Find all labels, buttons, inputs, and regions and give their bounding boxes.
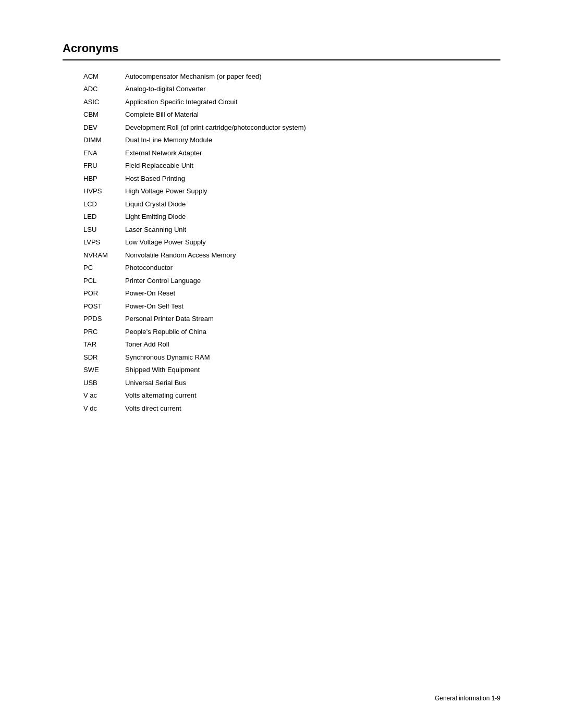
acronym-row: SDRSynchronous Dynamic RAM (63, 351, 500, 364)
acronym-row: PORPower-On Reset (63, 287, 500, 300)
acronym-definition: Universal Serial Bus (125, 376, 500, 389)
acronym-definition: Dual In-Line Memory Module (125, 134, 500, 147)
acronym-definition: Complete Bill of Material (125, 108, 500, 121)
acronym-abbr: PRC (63, 325, 125, 338)
acronym-definition: Printer Control Language (125, 274, 500, 287)
acronym-definition: People’s Republic of China (125, 325, 500, 338)
acronym-definition: External Network Adapter (125, 146, 500, 159)
acronym-abbr: FRU (63, 159, 125, 172)
acronym-definition: Volts direct current (125, 402, 500, 415)
acronym-row: LEDLight Emitting Diode (63, 211, 500, 224)
acronym-abbr: V dc (63, 402, 125, 415)
acronym-definition: Personal Printer Data Stream (125, 313, 500, 326)
acronym-abbr: POST (63, 300, 125, 313)
acronym-row: SWEShipped With Equipment (63, 364, 500, 377)
acronym-row: V dcVolts direct current (63, 402, 500, 415)
acronym-abbr: LSU (63, 223, 125, 236)
acronym-abbr: LVPS (63, 236, 125, 249)
acronym-row: DIMMDual In-Line Memory Module (63, 134, 500, 147)
acronym-abbr: USB (63, 376, 125, 389)
acronym-row: PCLPrinter Control Language (63, 274, 500, 287)
acronym-definition: Laser Scanning Unit (125, 223, 500, 236)
section-title: Acronyms (63, 42, 500, 60)
acronym-definition: Analog-to-digital Converter (125, 83, 500, 96)
acronym-row: USBUniversal Serial Bus (63, 376, 500, 389)
acronym-row: POSTPower-On Self Test (63, 300, 500, 313)
acronym-abbr: SDR (63, 351, 125, 364)
acronym-abbr: ENA (63, 146, 125, 159)
acronym-abbr: LCD (63, 198, 125, 211)
acronym-row: LCDLiquid Crystal Diode (63, 198, 500, 211)
acronym-definition: Synchronous Dynamic RAM (125, 351, 500, 364)
acronym-definition: Field Replaceable Unit (125, 159, 500, 172)
acronym-row: LVPSLow Voltage Power Supply (63, 236, 500, 249)
acronym-row: ENAExternal Network Adapter (63, 146, 500, 159)
acronym-abbr: ASIC (63, 95, 125, 108)
acronym-abbr: NVRAM (63, 249, 125, 262)
acronym-definition: Development Roll (of print cartridge/pho… (125, 121, 500, 134)
acronym-definition: High Voltage Power Supply (125, 185, 500, 198)
acronym-row: FRUField Replaceable Unit (63, 159, 500, 172)
acronym-definition: Host Based Printing (125, 172, 500, 185)
acronym-row: LSULaser Scanning Unit (63, 223, 500, 236)
acronym-abbr: ACM (63, 70, 125, 83)
acronym-row: NVRAMNonvolatile Random Access Memory (63, 249, 500, 262)
acronym-abbr: POR (63, 287, 125, 300)
acronym-definition: Power-On Self Test (125, 300, 500, 313)
acronym-abbr: LED (63, 211, 125, 224)
acronym-row: PCPhotoconductor (63, 262, 500, 275)
acronym-definition: Autocompensator Mechanism (or paper feed… (125, 70, 500, 83)
acronym-abbr: PPDS (63, 313, 125, 326)
acronym-definition: Volts alternating current (125, 389, 500, 402)
acronym-abbr: DIMM (63, 134, 125, 147)
acronym-definition: Power-On Reset (125, 287, 500, 300)
footer: General information 1-9 (435, 695, 500, 702)
acronym-abbr: PCL (63, 274, 125, 287)
acronym-abbr: CBM (63, 108, 125, 121)
acronym-definition: Shipped With Equipment (125, 364, 500, 377)
acronym-row: DEVDevelopment Roll (of print cartridge/… (63, 121, 500, 134)
acronym-row: TARToner Add Roll (63, 338, 500, 351)
acronym-row: V acVolts alternating current (63, 389, 500, 402)
acronym-definition: Application Specific Integrated Circuit (125, 95, 500, 108)
acronym-abbr: HVPS (63, 185, 125, 198)
acronym-abbr: TAR (63, 338, 125, 351)
acronym-definition: Nonvolatile Random Access Memory (125, 249, 500, 262)
acronym-row: ASICApplication Specific Integrated Circ… (63, 95, 500, 108)
page: Acronyms ACMAutocompensator Mechanism (o… (0, 0, 563, 728)
acronym-abbr: DEV (63, 121, 125, 134)
acronym-abbr: ADC (63, 83, 125, 96)
acronym-row: ADCAnalog-to-digital Converter (63, 83, 500, 96)
acronym-definition: Low Voltage Power Supply (125, 236, 500, 249)
acronym-abbr: V ac (63, 389, 125, 402)
acronym-row: HVPSHigh Voltage Power Supply (63, 185, 500, 198)
acronym-row: PPDSPersonal Printer Data Stream (63, 313, 500, 326)
acronyms-table: ACMAutocompensator Mechanism (or paper f… (63, 70, 500, 415)
acronym-row: ACMAutocompensator Mechanism (or paper f… (63, 70, 500, 83)
acronym-definition: Liquid Crystal Diode (125, 198, 500, 211)
acronym-row: HBPHost Based Printing (63, 172, 500, 185)
acronym-definition: Photoconductor (125, 262, 500, 275)
acronym-definition: Toner Add Roll (125, 338, 500, 351)
acronym-abbr: PC (63, 262, 125, 275)
acronym-abbr: HBP (63, 172, 125, 185)
acronym-row: PRCPeople’s Republic of China (63, 325, 500, 338)
acronym-definition: Light Emitting Diode (125, 211, 500, 224)
acronym-abbr: SWE (63, 364, 125, 377)
acronym-row: CBMComplete Bill of Material (63, 108, 500, 121)
